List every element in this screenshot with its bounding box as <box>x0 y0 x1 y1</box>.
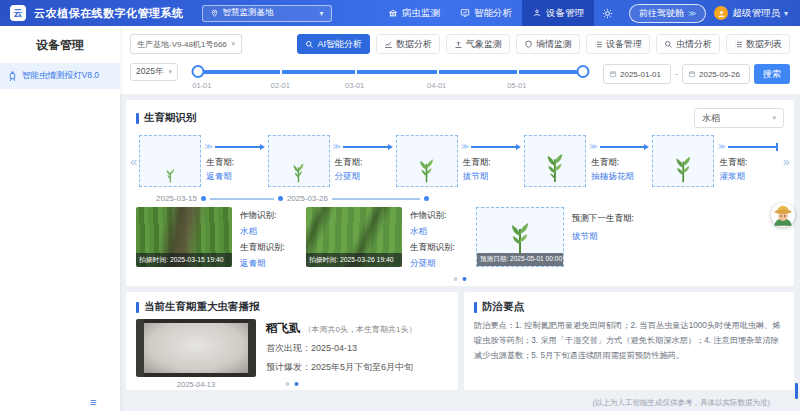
weather-monitor-button[interactable]: 气象监测 <box>446 34 510 54</box>
top-nav: 病虫监测 智能分析 设备管理 前往驾驶舱 <box>378 0 792 26</box>
chevron-down-icon: ▾ <box>231 40 235 48</box>
soil-moisture-button[interactable]: 墒情监测 <box>516 34 580 54</box>
carousel-dot-active[interactable] <box>295 382 299 386</box>
stage-link[interactable]: 分蘖期 <box>335 170 363 184</box>
sidebar-item-label: 智能虫情测报灯V8.0 <box>22 70 99 82</box>
trap-photo-block: 2025-04-13 <box>136 319 256 389</box>
slider-handle-end[interactable] <box>577 65 590 78</box>
settings-button[interactable] <box>594 8 621 19</box>
prevention-content: 防治要点：1. 控制氮肥用量避免田间郁闭；2. 当百丛虫量达1000头时使用吡虫… <box>464 314 794 368</box>
stage-image-4[interactable] <box>524 135 586 187</box>
year-select[interactable]: 2025年 ▾ <box>130 63 178 81</box>
data-list-button[interactable]: 数据列表 <box>726 34 790 54</box>
capture-time-caption: 拍摄时间: 2025-03-26 19:40 <box>306 253 402 267</box>
collapse-menu-icon[interactable]: ≡ <box>90 397 96 408</box>
carousel-dot[interactable] <box>454 277 458 281</box>
carousel-dot[interactable] <box>286 382 290 386</box>
arrow-right-icon: ≫ <box>204 143 264 151</box>
device-select[interactable]: 生产基地-V9-48机1号666075 ▾ <box>130 34 242 54</box>
crop-select[interactable]: 水稻 ▾ <box>694 108 784 128</box>
stage-image-2[interactable] <box>268 135 330 187</box>
field-photo-1[interactable]: 拍摄时间: 2025-03-15 19:40 <box>136 207 232 267</box>
crop-link[interactable]: 水稻 <box>410 226 468 238</box>
date-inputs: 2025-01-01 - 2025-05-26 搜索 <box>603 64 790 84</box>
goto-cockpit-button[interactable]: 前往驾驶舱 ≫ <box>629 4 706 23</box>
calendar-icon <box>688 70 696 78</box>
shield-icon <box>524 40 533 49</box>
base-station-select[interactable]: 智慧监测基地 ▾ <box>202 5 332 22</box>
toolbar: 生产基地-V9-48机1号666075 ▾ AI智能分析 数据分析 <box>120 26 800 54</box>
field-photo-2[interactable]: 拍摄时间: 2025-03-26 19:40 <box>306 207 402 267</box>
pest-broadcast-panel: 当前生育期重大虫害播报 2025-04-13 稻飞虱 （本周共0头，本生育期共1… <box>126 292 458 390</box>
slider-tick <box>437 70 439 74</box>
stage-link[interactable]: 返青期 <box>240 258 298 270</box>
date-range-dash: - <box>675 69 678 79</box>
time-filter-row: 2025年 ▾ 01-01 02-01 03-01 <box>120 54 800 95</box>
timeline-dot <box>424 196 429 201</box>
timeline-line <box>332 198 420 200</box>
stage-label: 生育期: 返青期 <box>206 156 234 183</box>
growth-panel-header: 生育期识别 水稻 ▾ <box>126 100 794 128</box>
side-widget-handle[interactable] <box>795 383 798 399</box>
seedling-icon <box>290 159 307 183</box>
chevron-down-icon: ▾ <box>784 9 788 18</box>
stage-link[interactable]: 拔节期 <box>572 231 668 243</box>
building-icon <box>388 8 398 18</box>
search-icon <box>305 40 314 49</box>
prediction-card[interactable]: 预测日期: 2025-05-01 00:00 <box>476 207 564 267</box>
arrow-end-icon: ≫ <box>717 143 777 151</box>
app-header: 云 云农植保在线数字化管理系统 智慧监测基地 ▾ 病虫监测 智能分析 <box>0 0 800 26</box>
assistant-mascot[interactable] <box>770 202 796 228</box>
stage-image-5[interactable] <box>652 135 714 187</box>
device-manage-button[interactable]: 设备管理 <box>586 34 650 54</box>
trap-photo[interactable] <box>136 319 256 377</box>
prev-stages-chevron[interactable]: « <box>128 154 139 169</box>
ai-disclaimer: (以上为人工智能生成仅供参考，具体以实际数据为准) <box>593 398 771 408</box>
avatar <box>714 6 728 20</box>
stage-image-1[interactable] <box>139 135 201 187</box>
data-analysis-button[interactable]: 数据分析 <box>376 34 440 54</box>
trap-photo-date: 2025-04-13 <box>136 380 256 389</box>
slider-track[interactable] <box>198 70 583 74</box>
pest-analysis-button[interactable]: 虫情分析 <box>656 34 720 54</box>
carousel-dots <box>286 382 299 386</box>
search-button[interactable]: 搜索 <box>754 64 790 84</box>
timeline-dot <box>201 196 206 201</box>
search-icon <box>664 40 673 49</box>
gear-icon <box>602 8 613 19</box>
chevron-down-icon: ▾ <box>319 9 323 18</box>
crop-link[interactable]: 水稻 <box>240 226 298 238</box>
carousel-dot-active[interactable] <box>463 277 467 281</box>
stage-connector: ≫ 生育期: 返青期 <box>201 135 267 187</box>
user-menu[interactable]: 超级管理员 ▾ <box>714 6 792 20</box>
outbreak-row: 预计爆发：2025年5月下旬至6月中旬 <box>266 361 416 374</box>
app-root: 云 云农植保在线数字化管理系统 智慧监测基地 ▾ 病虫监测 智能分析 <box>0 0 800 411</box>
stage-link[interactable]: 返青期 <box>206 170 234 184</box>
stage-link[interactable]: 拔节期 <box>463 170 491 184</box>
arrow-right-icon: ≫ <box>589 143 649 151</box>
chevron-down-icon: ▾ <box>772 114 776 122</box>
slider-handle-start[interactable] <box>192 65 205 78</box>
nav-pest-monitoring[interactable]: 病虫监测 <box>378 0 450 26</box>
prediction-date-caption: 预测日期: 2025-05-01 00:00 <box>477 253 563 266</box>
stage-link[interactable]: 灌浆期 <box>719 170 747 184</box>
user-icon <box>717 9 726 18</box>
next-stages-chevron[interactable]: » <box>781 154 792 169</box>
date-range-slider[interactable]: 01-01 02-01 03-01 04-01 05-01 <box>188 63 593 95</box>
stage-link[interactable]: 抽穗扬花期 <box>591 170 634 184</box>
arrow-right-icon: ≫ <box>333 143 393 151</box>
stage-link[interactable]: 分蘖期 <box>410 258 468 270</box>
stage-image-3[interactable] <box>396 135 458 187</box>
end-date-input[interactable]: 2025-05-26 <box>682 64 750 84</box>
chart-icon <box>460 8 470 18</box>
nav-intelligent-analysis[interactable]: 智能分析 <box>450 0 522 26</box>
first-seen-row: 首次出现：2025-04-13 <box>266 342 416 355</box>
list-icon <box>734 40 743 49</box>
slider-label: 03-01 <box>345 81 364 90</box>
start-date-input[interactable]: 2025-01-01 <box>603 64 671 84</box>
recognition-result-1: 作物识别: 水稻 生育期识别: 返青期 <box>240 207 298 270</box>
prediction-result: 预测下一生育期: 拔节期 <box>572 207 668 270</box>
sidebar-item-pest-lamp[interactable]: 智能虫情测报灯V8.0 <box>0 63 120 89</box>
nav-device-management[interactable]: 设备管理 <box>522 0 594 26</box>
ai-analysis-button[interactable]: AI智能分析 <box>297 34 370 54</box>
